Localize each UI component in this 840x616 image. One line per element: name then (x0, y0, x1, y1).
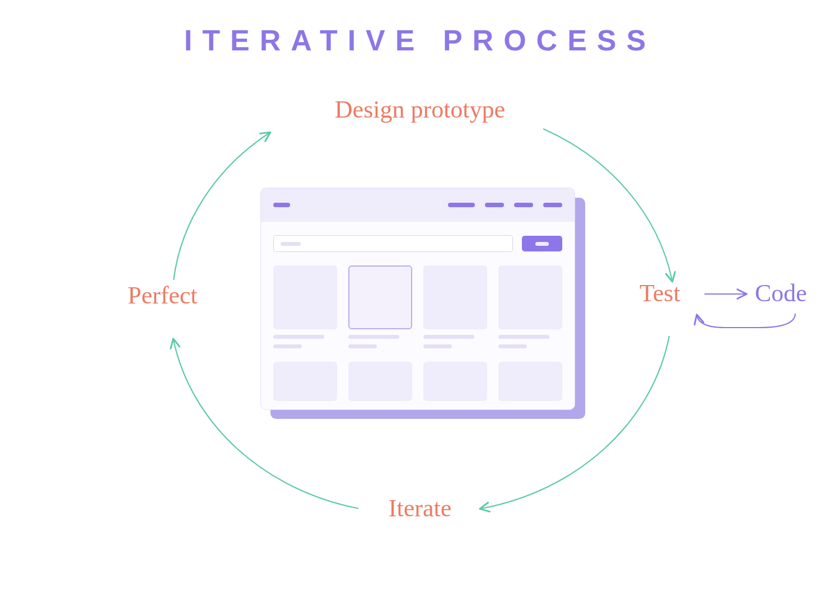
mockup-thumb (348, 362, 412, 401)
mockup-card (423, 265, 487, 348)
mockup-card (498, 265, 562, 348)
step-perfect: Perfect (128, 281, 198, 310)
step-iterate: Iterate (0, 494, 840, 522)
mockup-search-button (522, 236, 562, 251)
page-title: ITERATIVE PROCESS (0, 24, 840, 57)
mockup-header (261, 188, 575, 222)
mockup-logo (273, 203, 290, 207)
mockup-nav-item (485, 203, 504, 207)
mockup-thumb (273, 362, 337, 401)
mockup-search-row (261, 222, 575, 252)
mockup-card (273, 265, 337, 348)
mockup-window (260, 188, 575, 410)
arc-perfect-to-design (174, 133, 269, 280)
mockup-search-input (273, 235, 513, 252)
step-test: Test (640, 279, 680, 307)
mockup-thumb (423, 362, 487, 401)
mockup-nav (448, 203, 562, 207)
mockup-nav-item (514, 203, 533, 207)
mockup-card-grid (261, 252, 575, 348)
mockup-nav-item (448, 203, 475, 207)
arrow-code-to-test (697, 314, 795, 328)
wireframe-mockup (260, 188, 580, 412)
mockup-card-selected (348, 265, 412, 348)
diagram-stage: ITERATIVE PROCESS Design prototype Test … (0, 0, 840, 616)
step-code: Code (755, 279, 807, 307)
mockup-nav-item (543, 203, 562, 207)
mockup-thumb (498, 362, 562, 401)
mockup-card-grid-2 (261, 348, 575, 401)
step-design: Design prototype (0, 95, 840, 124)
